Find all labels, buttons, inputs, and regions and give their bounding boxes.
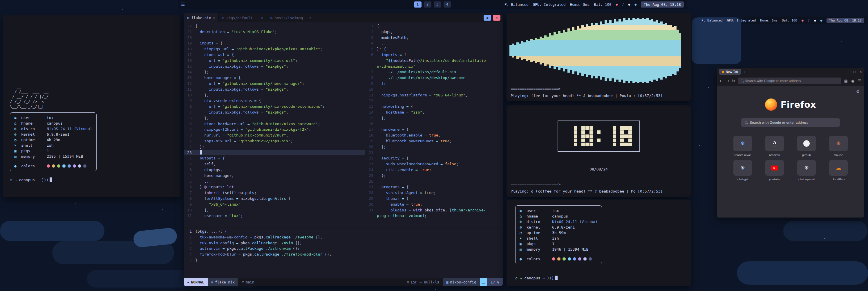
- terminal-fastfetch-right[interactable]: ◉usertux⌂hnamecanopus❄distroNixOS 24.11 …: [506, 200, 691, 286]
- bar-status-item-1[interactable]: GPU: Integrated: [727, 19, 756, 22]
- tab-list: ❄flake.nix×❄pkgs/default...×❄hosts/isoIm…: [184, 13, 315, 22]
- viz-bar: [637, 18, 640, 83]
- bar-tray-icon[interactable]: ●: [616, 3, 618, 6]
- ascii-art: __ / /___ ___ __ / __/ / / / |/_/ / /_/ …: [10, 84, 49, 109]
- viz-bar: [593, 25, 595, 76]
- code-line: 22 security = {: [365, 155, 503, 161]
- line-number: 9: [184, 202, 195, 207]
- bar-status-item-1[interactable]: GPU: Integrated: [533, 2, 566, 7]
- bar-status-item-2[interactable]: Home: 8ms: [570, 2, 590, 7]
- bar-tray-icon[interactable]: ●: [802, 19, 804, 22]
- code-line: 2 pkgs,: [365, 29, 503, 35]
- buffer-picker-button[interactable]: ◉: [484, 15, 491, 21]
- line-number: 7: [184, 190, 195, 196]
- viz-bar: [672, 27, 674, 74]
- bar-tray-icon[interactable]: ♪: [808, 19, 810, 22]
- tab-close-icon[interactable]: ×: [309, 16, 311, 20]
- shell-prompt[interactable]: ⌂ → canopus ~ ))): [515, 275, 558, 280]
- hname-icon: ⌂: [14, 120, 21, 126]
- shortcut-chatgpt[interactable]: ✳chatgpt: [729, 160, 756, 181]
- line-number: 4: [365, 40, 377, 46]
- newtab-search-input[interactable]: Search with Google or enter address: [741, 118, 840, 127]
- terminal-cursor: [50, 177, 52, 182]
- bar-clock[interactable]: Thu Aug 08, 18:18: [827, 18, 864, 23]
- personalize-gear-icon[interactable]: ⚙: [856, 89, 860, 94]
- viz-bar: [572, 27, 575, 74]
- reload-icon[interactable]: ↻: [732, 79, 735, 83]
- bar-status-item-0[interactable]: P: Balanced: [504, 2, 529, 7]
- shell-prompt[interactable]: ⌂ → canopus ~ ))): [10, 177, 52, 182]
- viz-bar: [542, 38, 544, 63]
- viz-bar: [549, 33, 551, 68]
- bar-tray-icon[interactable]: ●: [634, 3, 637, 6]
- back-icon[interactable]: ←: [720, 79, 723, 83]
- tab-close-icon[interactable]: ×: [213, 16, 215, 20]
- clock-window[interactable]: 08/08/24 =====================> Playing:…: [506, 106, 691, 197]
- pane-pkgs-default[interactable]: 1{pkgs, ...}: {1 tux-awesome-wm-config =…: [184, 227, 503, 278]
- bar-status-item-0[interactable]: P: Balanced: [702, 19, 723, 22]
- bar-status-item-2[interactable]: Home: 6ms: [760, 19, 777, 22]
- line-number: 16: [184, 58, 195, 64]
- extensions-icon[interactable]: ▦: [844, 79, 848, 83]
- code-line: 2 self,: [184, 161, 365, 167]
- shortcut-github[interactable]: github: [793, 136, 820, 156]
- pane-flake-nix[interactable]: 22{21 description = "tux's NixOS Flake";…: [184, 22, 365, 227]
- shortcut-search.nixos[interactable]: ❄search.nixos: [729, 136, 756, 156]
- terminal-fastfetch-left[interactable]: __ / /___ ___ __ / __/ / / / |/_/ / /_/ …: [3, 16, 181, 197]
- bar-status-item-3[interactable]: Bat: 100: [782, 19, 797, 22]
- forward-icon[interactable]: →: [726, 79, 729, 83]
- viz-bar: [677, 30, 679, 71]
- workspace-1[interactable]: 1: [414, 1, 422, 7]
- tab-new-tab[interactable]: New Tab: [719, 69, 741, 75]
- bar-tray-icon[interactable]: ♪: [622, 3, 624, 6]
- line-number: 14: [184, 69, 195, 75]
- star: [708, 87, 709, 88]
- tab-hosts/isoImag..[interactable]: ❄hosts/isoImag..×: [267, 13, 315, 22]
- workspace-2[interactable]: 2: [424, 1, 431, 7]
- new-tab-button[interactable]: +: [743, 70, 746, 74]
- viz-bar: [625, 20, 628, 81]
- shortcut-amazon[interactable]: a⌣amazon: [761, 136, 788, 156]
- code-line: 20 };: [365, 144, 503, 150]
- color-dot: [568, 257, 571, 261]
- tab-flake.nix[interactable]: ❄flake.nix×: [184, 13, 219, 22]
- shortcut-chat.openai[interactable]: ✳chat.openai: [793, 160, 820, 181]
- color-dot: [57, 164, 60, 168]
- menu-icon[interactable]: ☰: [858, 79, 861, 83]
- viz-bar: [560, 33, 563, 68]
- code-line: 13 networking = {: [365, 104, 503, 110]
- viz-bar: [584, 27, 586, 74]
- audio-visualizer-window[interactable]: =====================> Playing: ffee for…: [506, 13, 691, 101]
- url-bar[interactable]: Search with Google or enter address: [738, 78, 841, 84]
- shortcut-claude[interactable]: ✳claude: [825, 136, 852, 156]
- clock-digit-colon: [597, 126, 600, 146]
- tab-pkgs/default...[interactable]: ❄pkgs/default...×: [219, 13, 267, 22]
- minimize-icon[interactable]: —: [847, 70, 850, 74]
- account-icon[interactable]: ◉: [851, 79, 855, 83]
- fetch-row-shell: ➤shellzsh: [520, 235, 598, 241]
- window-close-button[interactable]: ×: [493, 15, 500, 21]
- viz-bar: [591, 23, 593, 79]
- line-number: 10: [184, 207, 195, 213]
- neovim-editor-window[interactable]: ❄flake.nix×❄pkgs/default...×❄hosts/isoIm…: [184, 13, 503, 286]
- mode-label: NORMAL: [191, 280, 204, 284]
- bar-tray-icon[interactable]: ●: [628, 3, 630, 6]
- code-line: 6 imports = [: [365, 52, 503, 58]
- bar-status-item-3[interactable]: Bat: 100: [594, 2, 611, 7]
- pane-iso-image[interactable]: 1{2 pkgs,3 modulesPath,4 ...5}: {6 impor…: [365, 22, 503, 227]
- workspace-3[interactable]: 3: [434, 1, 441, 7]
- bar-tray-icon[interactable]: ●: [820, 19, 823, 22]
- bar-tray-icon[interactable]: ●: [814, 19, 816, 22]
- viz-bar: [662, 24, 665, 77]
- maximize-icon[interactable]: ▢: [853, 70, 856, 74]
- tab-close-icon[interactable]: ×: [261, 16, 263, 20]
- firefox-window[interactable]: New Tab + — ▢ × ← → ↻ Search with Google…: [717, 68, 864, 217]
- code-line: 4 ...: [365, 40, 503, 46]
- bar-clock[interactable]: Thu Aug 08, 18:18: [641, 1, 684, 7]
- close-icon[interactable]: ×: [860, 70, 862, 74]
- shortcut-cloudflare[interactable]: ☁cloudflare: [825, 160, 852, 181]
- shortcut-youtube[interactable]: ▶youtube: [761, 160, 788, 181]
- launcher-menu-icon[interactable]: ☰: [181, 2, 185, 7]
- line-number: 31: [365, 207, 377, 213]
- workspace-4[interactable]: 4: [443, 1, 451, 7]
